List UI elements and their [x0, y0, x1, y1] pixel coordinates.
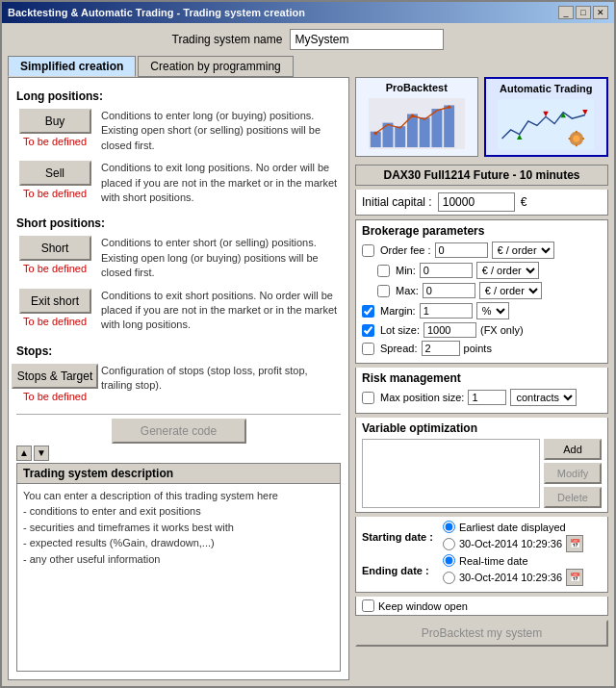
- desc-line-4: - expected results (%Gain, drawdown,...): [23, 535, 334, 551]
- tabs-row: Simplified creation Creation by programm…: [8, 56, 608, 77]
- scroll-down-button[interactable]: ▼: [34, 446, 49, 461]
- generate-code-button[interactable]: Generate code: [112, 419, 246, 444]
- dates-section: Starting date : Earliest date displayed …: [355, 517, 608, 593]
- optim-title: Variable optimization: [362, 421, 540, 435]
- ending-date-value: 30-Oct-2014 10:29:36: [459, 572, 562, 583]
- stops-button[interactable]: Stops & Target: [12, 364, 98, 389]
- desc-line-5: - any other useful information: [23, 551, 334, 568]
- svg-point-10: [448, 105, 451, 109]
- divider-1: [16, 414, 341, 415]
- svg-rect-5: [419, 117, 429, 147]
- ending-date-label: Ending date :: [362, 565, 439, 576]
- lot-size-row: Lot size: (FX only): [362, 322, 602, 338]
- system-name-row: Trading system name: [8, 29, 608, 50]
- spread-unit: points: [464, 343, 492, 354]
- desc-line-3: - securities and timeframes it works bes…: [23, 520, 334, 536]
- tab-simplified[interactable]: Simplified creation: [8, 56, 136, 77]
- exit-short-button[interactable]: Exit short: [19, 289, 91, 314]
- order-fee-input[interactable]: [435, 242, 488, 258]
- spread-input[interactable]: [422, 341, 460, 356]
- max-position-unit-select[interactable]: contracts: [510, 389, 577, 406]
- scroll-up-button[interactable]: ▲: [16, 446, 32, 461]
- lot-size-unit: (FX only): [480, 324, 524, 336]
- brokerage-title: Brokerage parameters: [362, 224, 602, 238]
- window-controls: _ □ ✕: [558, 6, 608, 19]
- probacktest-chart: [369, 97, 465, 150]
- minimize-button[interactable]: _: [558, 6, 574, 19]
- margin-unit-select[interactable]: %: [476, 302, 509, 319]
- min-input[interactable]: [420, 263, 473, 278]
- exit-short-description: Conditions to exit short positions. No o…: [101, 289, 341, 333]
- stops-title: Stops:: [16, 344, 341, 358]
- earliest-date-radio[interactable]: [443, 521, 455, 533]
- short-row: Short To be defined Conditions to enter …: [16, 236, 341, 280]
- brokerage-section: Brokerage parameters Order fee : € / ord…: [355, 219, 608, 364]
- end-date-specific-radio[interactable]: [443, 572, 455, 584]
- margin-checkbox[interactable]: [362, 305, 374, 318]
- starting-date-options: Earliest date displayed 30-Oct-2014 10:2…: [443, 521, 583, 552]
- realtime-label: Real-time date: [459, 555, 528, 567]
- maximize-button[interactable]: □: [576, 6, 591, 19]
- capital-input[interactable]: [438, 192, 515, 212]
- start-date-specific-row: 30-Oct-2014 10:29:36 📅: [443, 535, 583, 552]
- end-date-specific-row: 30-Oct-2014 10:29:36 📅: [443, 569, 583, 586]
- max-position-row: Max position size: contracts: [362, 389, 602, 406]
- max-input[interactable]: [423, 283, 475, 298]
- instrument-bar: DAX30 Full1214 Future - 10 minutes: [355, 165, 608, 186]
- start-date-specific-radio[interactable]: [443, 538, 455, 550]
- earliest-date-row: Earliest date displayed: [443, 521, 583, 533]
- close-button[interactable]: ✕: [593, 6, 608, 19]
- lot-size-checkbox[interactable]: [362, 324, 374, 337]
- order-fee-unit-select[interactable]: € / order: [492, 242, 554, 259]
- sell-group: Sell To be defined: [16, 161, 93, 199]
- delete-button[interactable]: Delete: [544, 487, 602, 508]
- realtime-date-radio[interactable]: [443, 554, 455, 567]
- long-positions-title: Long positions:: [16, 89, 341, 103]
- auto-trading-card[interactable]: Automatic Trading: [484, 77, 609, 157]
- scroll-arrows: ▲ ▼: [16, 444, 341, 463]
- probacktest-card[interactable]: ProBacktest: [355, 77, 478, 157]
- description-title: Trading system description: [17, 464, 340, 484]
- svg-rect-3: [395, 126, 405, 147]
- capital-row: Initial capital : €: [355, 190, 608, 216]
- stops-row: Stops & Target To be defined Configurati…: [16, 364, 341, 402]
- margin-input[interactable]: [420, 303, 473, 319]
- risk-section: Risk management Max position size: contr…: [355, 368, 608, 414]
- starting-date-row: Starting date : Earliest date displayed …: [362, 521, 602, 552]
- buy-button[interactable]: Buy: [19, 109, 91, 134]
- content-area: Trading system name Simplified creation …: [2, 23, 614, 686]
- buy-description: Conditions to enter long (or buying) pos…: [101, 109, 341, 153]
- modify-button[interactable]: Modify: [544, 463, 602, 484]
- spread-checkbox[interactable]: [362, 343, 374, 355]
- risk-title: Risk management: [362, 371, 602, 385]
- order-fee-checkbox[interactable]: [362, 244, 374, 257]
- margin-label: Margin:: [380, 305, 416, 317]
- starting-date-value: 30-Oct-2014 10:29:36: [459, 538, 562, 549]
- svg-rect-7: [444, 105, 454, 147]
- system-name-input[interactable]: [290, 29, 444, 50]
- earliest-date-label: Earliest date displayed: [459, 522, 566, 533]
- description-content[interactable]: You can enter a description of this trad…: [17, 484, 340, 572]
- min-checkbox[interactable]: [377, 265, 390, 277]
- max-checkbox[interactable]: [377, 285, 390, 297]
- main-area: Long positions: Buy To be defined Condit…: [8, 77, 608, 680]
- add-button[interactable]: Add: [544, 439, 602, 460]
- starting-date-calendar-button[interactable]: 📅: [566, 535, 583, 552]
- lot-size-input[interactable]: [424, 322, 476, 338]
- sell-button[interactable]: Sell: [19, 161, 91, 186]
- short-button[interactable]: Short: [19, 236, 91, 261]
- exit-short-row: Exit short To be defined Conditions to e…: [16, 289, 341, 333]
- max-position-checkbox[interactable]: [362, 392, 374, 404]
- keep-window-checkbox[interactable]: [362, 599, 374, 612]
- min-unit-select[interactable]: € / order: [476, 262, 539, 279]
- max-unit-select[interactable]: € / order: [479, 282, 542, 299]
- probacktest-my-system-button[interactable]: ProBacktest my system: [355, 620, 608, 647]
- ending-date-calendar-button[interactable]: 📅: [566, 569, 583, 586]
- probacktest-card-title: ProBacktest: [386, 82, 448, 93]
- tab-programming[interactable]: Creation by programming: [138, 56, 293, 77]
- window-title: Backtesting & Automatic Trading - Tradin…: [8, 7, 305, 18]
- short-group: Short To be defined: [16, 236, 93, 274]
- title-bar: Backtesting & Automatic Trading - Tradin…: [2, 2, 614, 23]
- max-position-input[interactable]: [468, 390, 506, 405]
- buy-status: To be defined: [23, 136, 87, 147]
